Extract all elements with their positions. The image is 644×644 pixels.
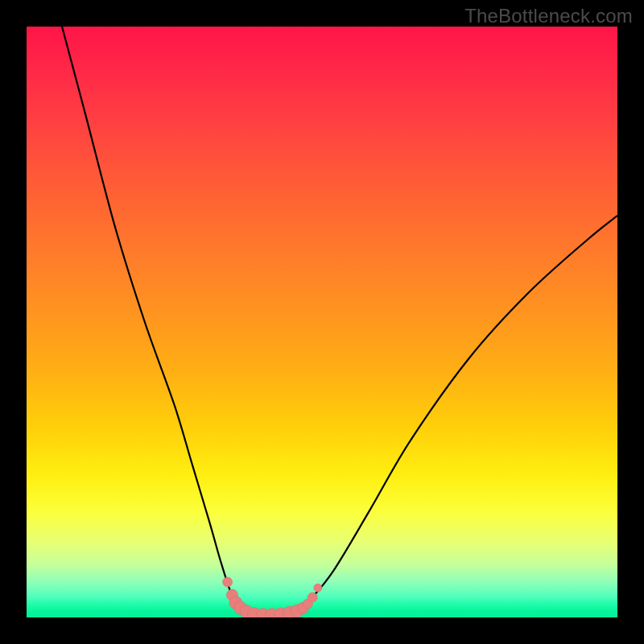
watermark-text: TheBottleneck.com — [464, 5, 633, 27]
curve-marker — [308, 592, 317, 602]
plot-area — [27, 27, 617, 617]
curve-marker — [223, 577, 233, 587]
chart-frame: TheBottleneck.com — [0, 0, 644, 644]
bottleneck-curve — [62, 27, 617, 615]
chart-svg — [27, 27, 617, 617]
curve-marker — [314, 584, 322, 592]
curve-markers — [223, 577, 322, 617]
